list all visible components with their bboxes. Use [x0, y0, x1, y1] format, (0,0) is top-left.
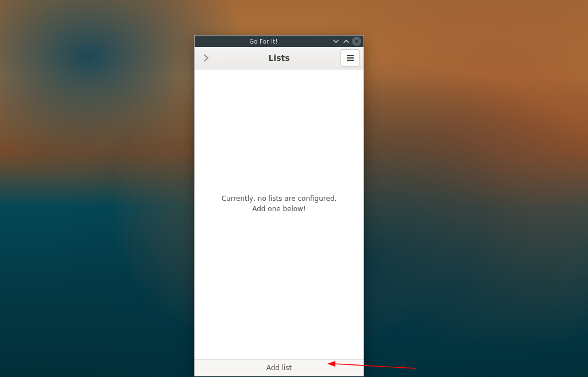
- header-bar: Lists: [195, 47, 363, 69]
- empty-state-message: Currently, no lists are configured. Add …: [222, 194, 337, 214]
- window-close-button[interactable]: [352, 37, 361, 46]
- hamburger-icon: [346, 55, 354, 61]
- chevron-up-icon: [343, 38, 349, 44]
- close-icon: [354, 39, 359, 44]
- empty-state-line1: Currently, no lists are configured.: [222, 194, 337, 204]
- svg-rect-1: [347, 57, 354, 59]
- app-window: Go For It! Lists Currentl: [194, 35, 364, 376]
- empty-state-line2: Add one below!: [222, 204, 337, 214]
- window-maximize-button[interactable]: [342, 37, 351, 46]
- window-titlebar: Go For It!: [195, 36, 363, 47]
- window-minimize-button[interactable]: [331, 37, 341, 46]
- svg-rect-0: [347, 55, 354, 56]
- chevron-right-icon: [202, 54, 210, 62]
- window-title: Go For It!: [197, 38, 330, 45]
- svg-rect-2: [347, 60, 354, 61]
- content-area: Currently, no lists are configured. Add …: [195, 69, 363, 359]
- add-list-button[interactable]: Add list: [195, 359, 363, 376]
- menu-button[interactable]: [341, 49, 360, 67]
- page-title: Lists: [195, 53, 363, 63]
- back-button[interactable]: [198, 50, 214, 66]
- chevron-down-icon: [333, 38, 339, 44]
- add-list-label: Add list: [266, 364, 292, 372]
